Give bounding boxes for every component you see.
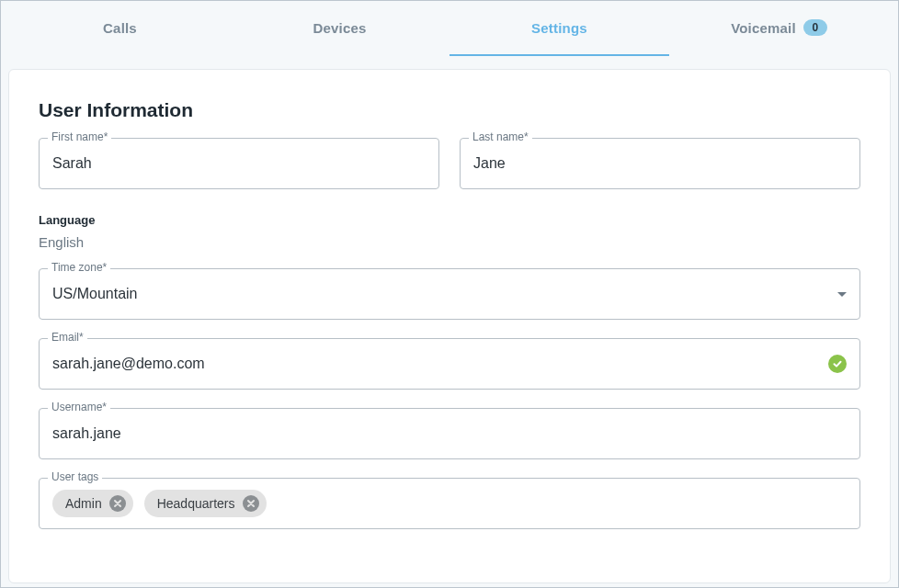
time-zone-field: Time zone* US/Mountain	[39, 268, 860, 320]
field-label: First name*	[48, 130, 111, 143]
section-title: User Information	[39, 99, 860, 121]
close-icon	[113, 499, 122, 508]
first-name-input[interactable]	[52, 155, 426, 172]
time-zone-select[interactable]: US/Mountain	[39, 268, 860, 320]
tab-label: Calls	[103, 20, 137, 36]
tab-calls[interactable]: Calls	[10, 1, 230, 56]
tab-label: Settings	[531, 20, 587, 36]
last-name-input[interactable]	[473, 155, 847, 172]
tab-bar: Calls Devices Settings Voicemail 0	[1, 1, 898, 56]
username-field: Username*	[39, 408, 860, 459]
first-name-field: First name*	[39, 138, 439, 189]
field-label: User tags	[48, 470, 102, 483]
tab-label: Voicemail	[731, 20, 796, 36]
email-input[interactable]	[52, 356, 828, 372]
settings-panel: User Information First name* Last name* …	[8, 69, 891, 583]
tab-devices[interactable]: Devices	[230, 1, 450, 56]
tag-label: Headquarters	[157, 496, 235, 511]
user-tags-input[interactable]: Admin Headquarters	[39, 478, 860, 529]
email-valid-icon	[828, 355, 847, 373]
last-name-field: Last name*	[460, 138, 860, 189]
field-label: Username*	[48, 401, 110, 413]
tag-remove-button[interactable]	[109, 495, 126, 512]
tag-chip: Headquarters	[144, 490, 267, 517]
close-icon	[246, 499, 256, 508]
user-tags-field: User tags Admin Headquarters	[39, 478, 860, 529]
language-label: Language	[39, 213, 860, 227]
voicemail-count-badge: 0	[803, 19, 827, 36]
field-label: Email*	[48, 331, 87, 344]
tag-remove-button[interactable]	[243, 495, 259, 512]
username-input[interactable]	[52, 425, 847, 442]
language-value: English	[39, 234, 860, 250]
field-label: Last name*	[469, 130, 532, 143]
email-field: Email*	[39, 338, 860, 390]
tab-label: Devices	[313, 20, 366, 36]
tag-chip: Admin	[52, 490, 133, 517]
tab-settings[interactable]: Settings	[450, 1, 669, 56]
chevron-down-icon	[837, 292, 847, 297]
field-label: Time zone*	[48, 261, 110, 274]
check-circle-icon	[828, 355, 847, 373]
time-zone-value: US/Mountain	[52, 286, 138, 302]
tab-voicemail[interactable]: Voicemail 0	[669, 1, 889, 56]
tag-label: Admin	[65, 496, 102, 511]
